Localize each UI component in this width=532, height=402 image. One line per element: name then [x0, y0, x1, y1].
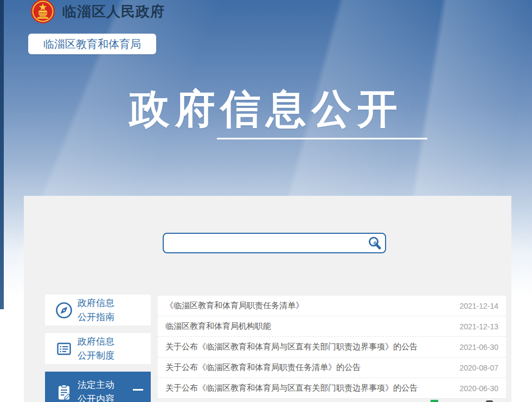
article-link[interactable]: 临淄区教育和体育局机构职能	[165, 321, 451, 331]
article-row[interactable]: 关于公布《临淄区教育和体育局职责任务清单》的公告 2020-08-07	[158, 358, 506, 378]
search-input[interactable]	[164, 234, 364, 252]
left-edge-decoration	[0, 0, 4, 309]
article-date: 2020-06-30	[459, 384, 498, 393]
national-emblem-icon	[30, 0, 56, 24]
article-row[interactable]: 关于公布《临淄区教育和体育局与区直有关部门职责边界事项》的公告 2021-06-…	[158, 337, 506, 358]
site-logo-link[interactable]: 临淄区人民政府	[30, 0, 165, 27]
article-link[interactable]: 关于公布《临淄区教育和体育局职责任务清单》的公告	[165, 362, 451, 373]
article-row[interactable]: 关于公布《临淄区教育和体育局与区直有关部门职责边界事项》的公告 2020-06-…	[158, 378, 506, 398]
sidebar-item-label-line2: 公开制度	[78, 349, 114, 363]
search-bar	[163, 233, 386, 253]
article-list: 《临淄区教育和体育局职责任务清单》 2021-12-14 临淄区教育和体育局机构…	[158, 296, 506, 399]
article-link[interactable]: 《临淄区教育和体育局职责任务清单》	[165, 301, 451, 311]
sidebar-item-statutory-disclosure[interactable]: 法定主动 公开内容	[45, 372, 151, 402]
sidebar-item-label-line2: 公开指南	[78, 310, 114, 324]
article-date: 2021-12-14	[459, 302, 498, 310]
page-title: 政府信息公开	[0, 82, 532, 137]
article-date: 2020-08-07	[459, 363, 498, 372]
article-link[interactable]: 关于公布《临淄区教育和体育局与区直有关部门职责边界事项》的公告	[165, 383, 451, 393]
site-name: 临淄区人民政府	[62, 2, 165, 21]
article-date: 2021-06-30	[459, 343, 498, 352]
green-widget-icon[interactable]	[431, 400, 438, 402]
document-lines-icon	[54, 339, 74, 359]
title-underline	[217, 138, 427, 139]
article-link[interactable]: 关于公布《临淄区教育和体育局与区直有关部门职责边界事项》的公告	[165, 342, 451, 352]
sidebar-item-open-system[interactable]: 政府信息 公开制度	[45, 333, 151, 364]
search-button[interactable]	[364, 234, 385, 252]
department-tab[interactable]: 临淄区教育和体育局	[28, 34, 156, 54]
sidebar-item-label-line2: 公开内容	[78, 392, 114, 402]
sidebar-item-label-line1: 政府信息	[78, 296, 114, 310]
sidebar-item-label-line1: 法定主动	[78, 378, 114, 392]
sidebar-item-open-guide[interactable]: 政府信息 公开指南	[45, 295, 151, 326]
sidebar-item-label-line1: 政府信息	[78, 335, 114, 349]
search-icon	[367, 235, 382, 251]
article-date: 2021-12-13	[459, 322, 498, 331]
clipboard-pencil-icon	[54, 382, 74, 402]
department-tab-label: 临淄区教育和体育局	[43, 37, 141, 52]
page: 临淄区人民政府 临淄区教育和体育局 政府信息公开 政府信息	[0, 0, 532, 402]
article-row[interactable]: 临淄区教育和体育局机构职能 2021-12-13	[158, 316, 506, 337]
minus-icon	[133, 389, 143, 391]
compass-icon	[54, 301, 74, 320]
sidebar: 政府信息 公开指南 政府信息 公开制度	[45, 295, 151, 402]
article-row[interactable]: 《临淄区教育和体育局职责任务清单》 2021-12-14	[158, 296, 506, 316]
